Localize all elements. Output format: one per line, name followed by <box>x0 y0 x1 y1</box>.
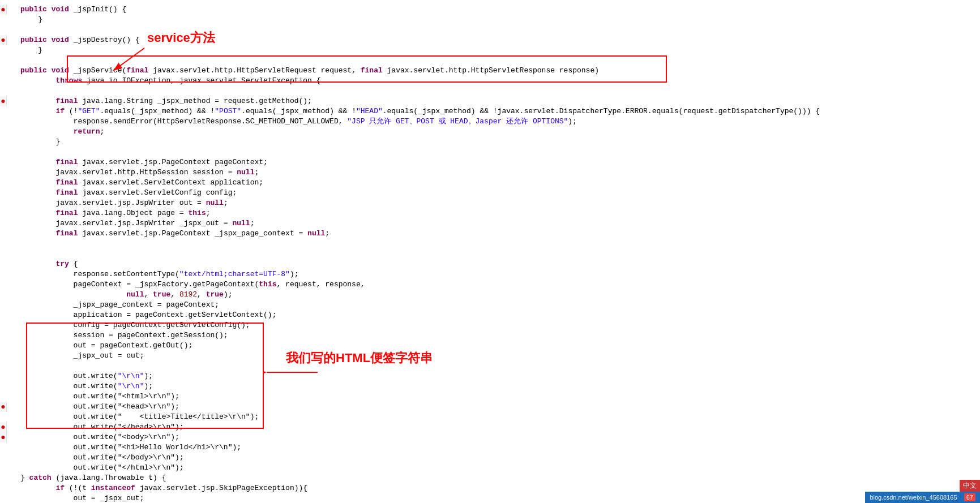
code-container: ●public void _jspInit() { }●public void … <box>0 0 980 503</box>
line-gutter: ● <box>0 422 7 432</box>
line-text: throws java.io.IOException, javax.servle… <box>9 76 321 86</box>
line-text: out.write("</head>\r\n"); <box>9 422 184 432</box>
code-line: if (!"GET".equals(_jspx_method) && !"POS… <box>0 106 980 117</box>
code-line <box>0 361 980 371</box>
line-text: public void _jspInit() { <box>9 5 126 15</box>
line-text: public void _jspDestroy() { <box>9 35 140 45</box>
line-text: out = pageContext.getOut(); <box>9 341 192 351</box>
code-line: ● out.write("<body>\r\n"); <box>0 432 980 442</box>
line-text: response.setContentType("text/html;chars… <box>9 269 299 280</box>
code-line: _jspx_out = out; <box>0 351 980 361</box>
code-line: out.write("\r\n"); <box>0 371 980 381</box>
line-text: application = pageContext.getServletCont… <box>9 310 276 320</box>
line-text: if (!"GET".equals(_jspx_method) && !"POS… <box>9 106 820 117</box>
code-line: ● final java.lang.String _jspx_method = … <box>0 96 980 106</box>
code-line: pageContext = _jspxFactory.getPageContex… <box>0 280 980 290</box>
code-line: } catch (java.lang.Throwable t) { <box>0 473 980 483</box>
line-text: out.write("<html>\r\n"); <box>9 392 179 402</box>
line-text: public void _jspService(final javax.serv… <box>9 66 599 76</box>
line-text: out.write(" <title>Title</title>\r\n"); <box>9 412 259 422</box>
code-line: out.write("\r\n"); <box>0 381 980 392</box>
line-text: out = _jspx_out; <box>9 493 144 503</box>
code-line: final javax.servlet.jsp.PageContext page… <box>0 157 980 167</box>
code-line: config = pageContext.getServletConfig(); <box>0 320 980 330</box>
code-line: final javax.servlet.jsp.PageContext _jsp… <box>0 229 980 239</box>
line-text: final javax.servlet.ServletConfig config… <box>9 188 237 198</box>
code-line: response.setContentType("text/html;chars… <box>0 269 980 280</box>
watermark-blue: blog.csdn.net/weixin_45608165 67 <box>865 492 980 503</box>
line-text: final javax.servlet.jsp.PageContext _jsp… <box>9 229 329 239</box>
code-line: ● out.write("<head>\r\n"); <box>0 402 980 412</box>
code-line <box>0 86 980 96</box>
code-line: out.write("<h1>Hello World</h1>\r\n"); <box>0 442 980 453</box>
code-line: javax.servlet.jsp.JspWriter out = null; <box>0 198 980 208</box>
line-gutter: ● <box>0 35 7 45</box>
code-line: ● out.write("</head>\r\n"); <box>0 422 980 432</box>
code-line <box>0 239 980 249</box>
line-gutter: ● <box>0 402 7 412</box>
line-gutter: ● <box>0 96 7 106</box>
code-line: application = pageContext.getServletCont… <box>0 310 980 320</box>
service-annotation-label: service方法 <box>147 29 215 46</box>
code-line: final javax.servlet.ServletContext appli… <box>0 178 980 188</box>
line-text: try { <box>9 259 78 269</box>
code-line <box>0 249 980 259</box>
line-text: } <box>9 137 60 147</box>
code-lines-wrapper: ●public void _jspInit() { }●public void … <box>0 5 980 503</box>
code-line: out = _jspx_out; <box>0 493 980 503</box>
line-text: out.write("<body>\r\n"); <box>9 432 179 442</box>
code-line: out = pageContext.getOut(); <box>0 341 980 351</box>
code-line <box>0 147 980 157</box>
line-text: final javax.servlet.ServletContext appli… <box>9 178 263 188</box>
line-text: javax.servlet.http.HttpSession session =… <box>9 167 259 178</box>
code-line: public void _jspService(final javax.serv… <box>0 66 980 76</box>
code-line: out.write("<html>\r\n"); <box>0 392 980 402</box>
code-line: null, true, 8192, true); <box>0 290 980 300</box>
line-text: response.sendError(HttpServletResponse.S… <box>9 117 577 127</box>
code-line: out.write("</body>\r\n"); <box>0 453 980 463</box>
line-text: if (!(t instanceof javax.servlet.jsp.Ski… <box>9 483 307 493</box>
code-line: out.write("</html>\r\n"); <box>0 463 980 473</box>
line-text: out.write("<h1>Hello World</h1>\r\n"); <box>9 442 241 453</box>
line-text: final javax.servlet.jsp.PageContext page… <box>9 157 268 167</box>
code-line: javax.servlet.http.HttpSession session =… <box>0 167 980 178</box>
line-text: null, true, 8192, true); <box>9 290 233 300</box>
line-text: out.write("</body>\r\n"); <box>9 453 184 463</box>
code-line: _jspx_page_context = pageContext; <box>0 300 980 310</box>
line-text: out.write("\r\n"); <box>9 371 153 381</box>
code-line: final java.lang.Object page = this; <box>0 208 980 218</box>
code-line <box>0 55 980 66</box>
line-text: out.write("<head>\r\n"); <box>9 402 179 412</box>
line-text: _jspx_page_context = pageContext; <box>9 300 219 310</box>
code-line: response.sendError(HttpServletResponse.S… <box>0 117 980 127</box>
code-line: ●public void _jspInit() { <box>0 5 980 15</box>
line-text: } catch (java.lang.Throwable t) { <box>9 473 166 483</box>
line-text: final java.lang.String _jspx_method = re… <box>9 96 312 106</box>
code-line: } <box>0 137 980 147</box>
line-text: _jspx_out = out; <box>9 351 144 361</box>
line-text: javax.servlet.jsp.JspWriter _jspx_out = … <box>9 218 255 229</box>
code-line: } <box>0 15 980 25</box>
code-line: out.write(" <title>Title</title>\r\n"); <box>0 412 980 422</box>
code-line: return; <box>0 127 980 137</box>
line-text: javax.servlet.jsp.JspWriter out = null; <box>9 198 228 208</box>
html-annotation-label: 我们写的HTML便签字符串 <box>286 350 433 367</box>
line-text: return; <box>9 127 104 137</box>
line-text: } <box>9 15 42 25</box>
code-line: javax.servlet.jsp.JspWriter _jspx_out = … <box>0 218 980 229</box>
line-gutter: ● <box>0 432 7 442</box>
line-text: } <box>9 45 42 55</box>
code-line: if (!(t instanceof javax.servlet.jsp.Ski… <box>0 483 980 493</box>
code-line: } <box>0 45 980 55</box>
line-text: final java.lang.Object page = this; <box>9 208 211 218</box>
line-text: session = pageContext.getSession(); <box>9 330 228 341</box>
line-text: out.write("</html>\r\n"); <box>9 463 184 473</box>
line-text: config = pageContext.getServletConfig(); <box>9 320 250 330</box>
line-text: pageContext = _jspxFactory.getPageContex… <box>9 280 365 290</box>
code-line: throws java.io.IOException, javax.servle… <box>0 76 980 86</box>
line-gutter: ● <box>0 5 7 15</box>
code-line: session = pageContext.getSession(); <box>0 330 980 341</box>
line-text: out.write("\r\n"); <box>9 381 153 392</box>
code-line: final javax.servlet.ServletConfig config… <box>0 188 980 198</box>
code-line: try { <box>0 259 980 269</box>
